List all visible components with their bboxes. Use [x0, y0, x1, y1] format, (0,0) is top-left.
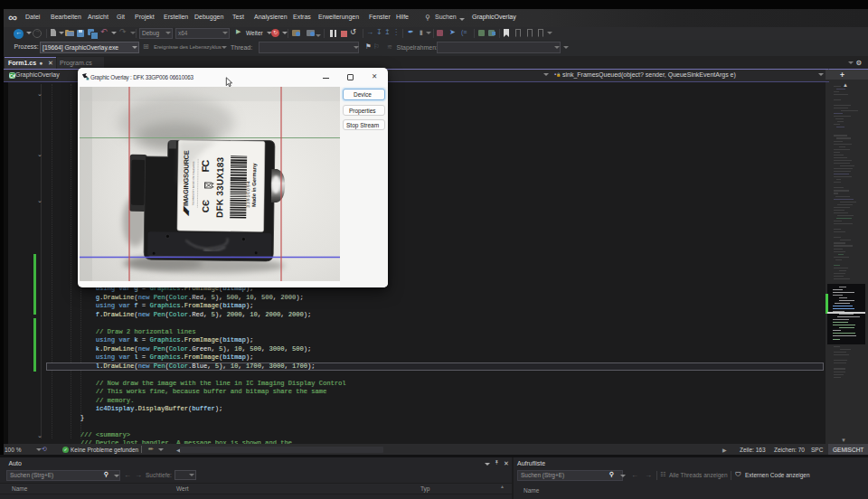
svg-text:33910094: 33910094: [245, 180, 250, 207]
svg-text:◢◤IMAGINGSOURCE: ◢◤IMAGINGSOURCE: [182, 150, 191, 217]
svg-text:CЄ: CЄ: [201, 200, 211, 212]
svg-text:Made in Germany: Made in Germany: [251, 163, 258, 207]
svg-text:TECHNOLOGY BASED ON STANDARDS: TECHNOLOGY BASED ON STANDARDS: [191, 161, 195, 205]
svg-text:DFK 33UX183: DFK 33UX183: [214, 156, 225, 218]
svg-text:FC: FC: [200, 160, 211, 173]
